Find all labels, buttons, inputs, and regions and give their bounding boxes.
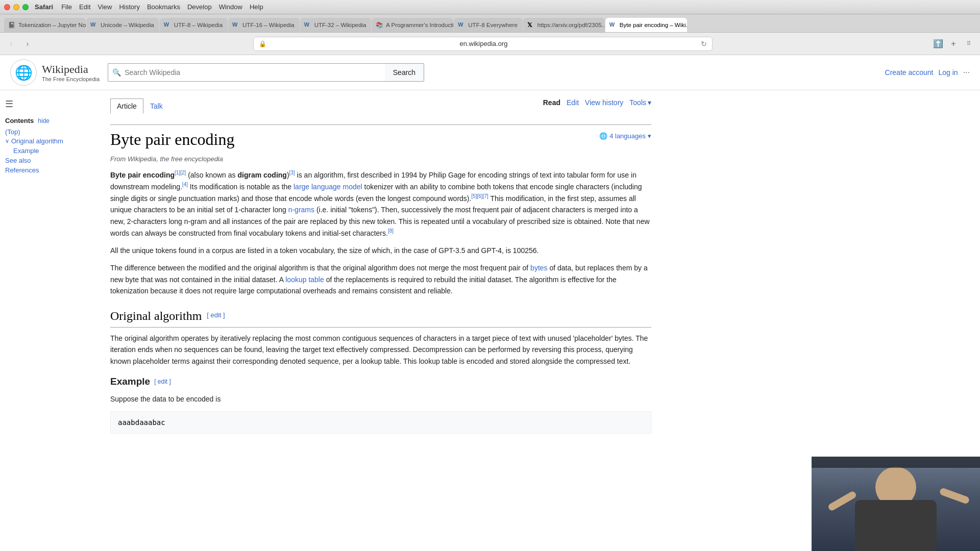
article-actions: Read Edit View history Tools ▾ — [543, 98, 651, 107]
favicon-unicode: W — [90, 21, 97, 29]
more-options-icon[interactable]: ··· — [963, 68, 970, 77]
toc-link-references[interactable]: References — [5, 166, 39, 174]
languages-chevron-icon: ▾ — [648, 132, 651, 140]
article-body: Byte pair encoding[1][2] (also known as … — [110, 169, 651, 434]
toc-item-see-also[interactable]: See also — [5, 156, 97, 164]
favicon-programmer: 📚 — [376, 21, 383, 29]
more-icon[interactable]: ⠿ — [963, 38, 975, 50]
add-tab-icon[interactable]: + — [947, 38, 960, 50]
menu-view[interactable]: View — [98, 3, 112, 11]
tab-label-utf32: UTF-32 – Wikipedia — [314, 22, 366, 28]
link-lookup[interactable]: lookup table — [285, 276, 324, 284]
favicon-utf8-everywhere: W — [458, 21, 465, 29]
menu-window[interactable]: Window — [219, 3, 242, 11]
read-action[interactable]: Read — [543, 98, 560, 107]
ref-12[interactable]: [1][2] — [175, 170, 186, 176]
back-button[interactable]: ‹ — [5, 38, 17, 50]
search-input[interactable] — [108, 63, 385, 82]
toc-item-original[interactable]: ∨ Original algorithm — [5, 137, 97, 145]
menu-history[interactable]: History — [119, 3, 139, 11]
menu-bar: File Edit View History Bookmarks Develop… — [61, 3, 263, 11]
tools-label: Tools — [629, 98, 646, 107]
video-inner — [812, 457, 980, 551]
wiki-article: Article Talk Read Edit View history Tool… — [102, 90, 664, 551]
translate-icon: 🌐 — [599, 132, 607, 140]
tab-programmer[interactable]: 📚 A Programmer's Introducti... — [372, 18, 453, 32]
wiki-logo-text: Wikipedia The Free Encyclopedia — [42, 63, 100, 82]
hide-button[interactable]: hide — [38, 117, 50, 124]
toc-item-top[interactable]: (Top) — [5, 128, 97, 136]
edit-action[interactable]: Edit — [567, 98, 579, 107]
bold-bpe: Byte pair encoding — [110, 171, 175, 179]
toc-link-example[interactable]: Example — [13, 147, 39, 155]
ref-3[interactable]: [3] — [289, 170, 295, 176]
tab-tokenization[interactable]: 📓 Tokenization – Jupyter Not... — [4, 18, 86, 32]
tab-utf8[interactable]: W UTF-8 – Wikipedia — [160, 18, 228, 32]
section-edit-example[interactable]: [ edit ] — [154, 377, 171, 387]
toc-link-see-also[interactable]: See also — [5, 157, 31, 164]
link-lm[interactable]: large language model — [293, 183, 362, 191]
menu-edit[interactable]: Edit — [79, 3, 90, 11]
tab-label-utf8: UTF-8 – Wikipedia — [174, 22, 223, 28]
section-edit-original[interactable]: [ edit ] — [207, 310, 225, 321]
menu-help[interactable]: Help — [250, 3, 263, 11]
create-account-link[interactable]: Create account — [885, 68, 934, 77]
view-history-action[interactable]: View history — [585, 98, 623, 107]
toc-link-original[interactable]: Original algorithm — [11, 137, 63, 145]
maximize-button[interactable] — [22, 4, 29, 10]
article-para-3: The difference between the modified and … — [110, 262, 651, 296]
share-icon[interactable]: ⬆️ — [932, 38, 944, 50]
article-tab-bar: Article Talk — [110, 98, 543, 113]
forward-button[interactable]: › — [21, 38, 34, 50]
tab-utf16[interactable]: W UTF-16 – Wikipedia — [228, 18, 300, 32]
link-bytes[interactable]: bytes — [530, 264, 547, 272]
ref-6[interactable]: [6][7] — [477, 193, 488, 199]
menu-file[interactable]: File — [61, 3, 72, 11]
log-in-link[interactable]: Log in — [939, 68, 958, 77]
tab-label-programmer: A Programmer's Introducti... — [386, 22, 453, 28]
search-button[interactable]: Search — [385, 63, 424, 82]
person-body — [855, 500, 937, 551]
favicon-tokenization: 📓 — [8, 21, 15, 29]
original-para: The original algorithm operates by itera… — [110, 333, 651, 367]
tools-dropdown[interactable]: Tools ▾ — [629, 98, 651, 107]
tab-talk[interactable]: Talk — [143, 98, 169, 114]
tab-byte-pair[interactable]: W Byte pair encoding – Wiki... — [605, 18, 687, 32]
menu-develop[interactable]: Develop — [187, 3, 212, 11]
hamburger-menu[interactable]: ☰ — [5, 98, 97, 110]
collapse-icon[interactable]: ∨ — [5, 138, 9, 144]
wiki-header: 🌐 Wikipedia The Free Encyclopedia 🔍 Sear… — [0, 55, 980, 90]
menu-bookmarks[interactable]: Bookmarks — [147, 3, 180, 11]
ref-5[interactable]: [5] — [471, 193, 477, 199]
ref-4[interactable]: [4] — [182, 182, 188, 187]
code-block: aaabdaaabac — [110, 411, 651, 434]
languages-button[interactable]: 🌐 4 languages ▾ — [599, 132, 651, 140]
ref-8[interactable]: [8] — [388, 228, 394, 234]
tab-label-utf8-everywhere: UTF-8 Everywhere — [468, 22, 518, 28]
search-wrapper: 🔍 Search — [108, 63, 424, 82]
tab-label-byte-pair: Byte pair encoding – Wiki... — [620, 22, 687, 28]
tools-chevron-icon: ▾ — [648, 98, 651, 107]
minimize-button[interactable] — [13, 4, 19, 10]
tab-utf32[interactable]: W UTF-32 – Wikipedia — [300, 18, 372, 32]
tab-bar: 📓 Tokenization – Jupyter Not... W Unicod… — [0, 14, 980, 33]
toc-item-references[interactable]: References — [5, 166, 97, 174]
wiki-logo: 🌐 — [10, 59, 37, 86]
link-ngrams[interactable]: n-grams — [288, 206, 314, 214]
reload-icon[interactable]: ↻ — [701, 40, 707, 48]
url-display[interactable]: en.wikipedia.org — [270, 40, 698, 47]
tab-article[interactable]: Article — [110, 98, 143, 114]
toc-item-example[interactable]: Example — [5, 146, 97, 155]
section-original-label: Original algorithm — [110, 306, 202, 325]
tab-unicode[interactable]: W Unicode – Wikipedia — [86, 18, 159, 32]
wiki-logo-area: 🌐 Wikipedia The Free Encyclopedia — [10, 59, 100, 86]
article-title-row: Byte pair encoding 🌐 4 languages ▾ — [110, 130, 651, 155]
tab-utf8-everywhere[interactable]: W UTF-8 Everywhere — [454, 18, 523, 32]
tab-label-utf16: UTF-16 – Wikipedia — [242, 22, 295, 28]
video-overlay[interactable] — [812, 457, 980, 551]
tab-label-arxiv: https://arxiv.org/pdf/2305... — [537, 22, 605, 28]
close-button[interactable] — [4, 4, 10, 10]
toc-link-top[interactable]: (Top) — [5, 128, 20, 136]
tab-arxiv[interactable]: 𝕏 https://arxiv.org/pdf/2305... — [523, 18, 605, 32]
wiki-sidebar: ☰ Contents hide (Top) ∨ Original algorit… — [0, 90, 102, 551]
